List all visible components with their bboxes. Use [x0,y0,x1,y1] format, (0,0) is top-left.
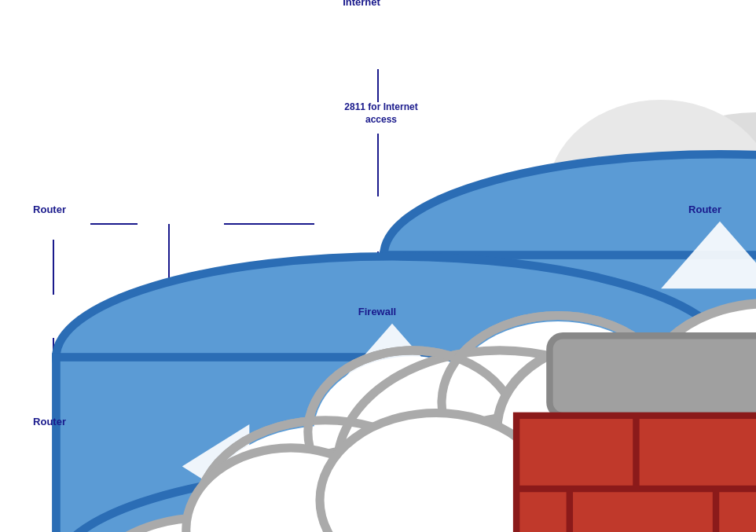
svg-point-19 [490,156,743,358]
cloud-192-168-0-icon: 192.168.0.0/26 [122,195,756,532]
router-bottom-left-icon [14,413,756,532]
cloud-192-168-1-icon: 192.168.1.0/24 [0,292,756,532]
router-left: Router [14,200,85,217]
router-bottom-right-label: Router [688,463,721,476]
svg-point-76 [365,442,756,532]
cloud-192-168-2-icon: 192.168.2.0/24 [138,444,756,532]
router-right: Router [670,200,740,217]
svg-point-95 [320,413,552,533]
svg-point-65 [343,356,657,532]
svg-point-73 [308,350,517,513]
svg-rect-23 [384,255,756,474]
svg-point-58 [197,420,453,532]
svg-marker-27 [661,222,756,289]
router-left-label: Router [33,204,66,217]
svg-point-22 [384,154,756,356]
svg-point-29 [56,256,728,458]
svg-marker-34 [333,324,451,391]
svg-point-18 [711,207,756,434]
router-right-label: Router [688,204,721,217]
network-diagram: Internet 2811 for Internet access Router… [0,0,756,532]
firewall: Firewall [338,303,417,319]
cloud-10-0-100-icon: 10.0.100.0/24 [499,195,756,532]
svg-point-24 [384,372,756,532]
svg-point-36 [711,256,756,458]
router-bottom-left-label: Router [33,416,66,429]
svg-line-14 [588,474,676,491]
router-left-icon [14,200,756,532]
svg-point-77 [390,416,655,532]
svg-point-78 [529,341,756,532]
svg-rect-37 [711,358,756,532]
svg-point-50 [711,515,756,532]
svg-point-20 [617,112,756,339]
svg-point-57 [180,443,756,532]
cloud-10-254-1-icon: 10.254.1.0/24 [479,444,756,532]
svg-point-61 [308,350,517,513]
internet-cloud-icon [314,4,756,532]
svg-point-93 [407,506,663,532]
router-top-label: 2811 for Internet access [344,101,417,126]
svg-point-71 [337,350,662,532]
cloud-172-16-123-icon: 172.16.123.0/25 [306,420,756,532]
svg-point-85 [714,350,756,532]
connections-svg [0,0,756,532]
svg-point-59 [337,350,662,532]
svg-rect-104 [549,336,756,416]
internet-cloud: Internet [314,4,409,9]
svg-point-94 [186,448,395,532]
svg-point-43 [56,468,728,532]
svg-text:192.168.0.0/26: 192.168.0.0/26 [286,479,713,532]
router-bottom-right: Router [670,460,740,476]
router-bottom-left: Router [14,413,85,429]
internet-label: Internet [343,0,380,9]
svg-point-62 [442,316,674,490]
svg-point-17 [516,144,756,421]
router-right-icon [670,200,756,532]
firewall-label: Firewall [358,306,396,319]
svg-point-64 [204,426,448,532]
router-top: 2811 for Internet access [342,98,420,126]
svg-line-11 [220,358,354,449]
svg-marker-32 [182,424,250,508]
svg-text:1.1.1.0/24: 1.1.1.0/24 [538,480,756,532]
svg-point-68 [447,321,668,484]
svg-point-38 [711,475,756,532]
cloud-1-1-1-icon: 1.1.1.0/24 [314,195,756,532]
svg-point-74 [442,316,674,490]
firewall-icon [338,303,756,532]
svg-rect-30 [56,358,728,532]
svg-point-16 [396,219,673,446]
svg-marker-33 [535,424,603,508]
svg-point-92 [215,448,541,532]
svg-point-70 [197,420,453,532]
svg-point-67 [314,356,512,507]
svg-marker-25 [510,322,578,406]
svg-line-13 [402,358,534,449]
svg-point-31 [56,475,728,532]
svg-text:10.0.100.0/24: 10.0.100.0/24 [681,479,756,532]
svg-point-80 [497,341,724,517]
cloud-172-31-128-icon: 172.31.128.0/20 [644,292,756,532]
svg-point-98 [720,520,756,532]
svg-point-69 [180,443,756,532]
svg-point-21 [548,100,756,288]
svg-point-83 [557,443,756,532]
svg-point-91 [75,518,332,532]
svg-point-87 [685,350,756,513]
